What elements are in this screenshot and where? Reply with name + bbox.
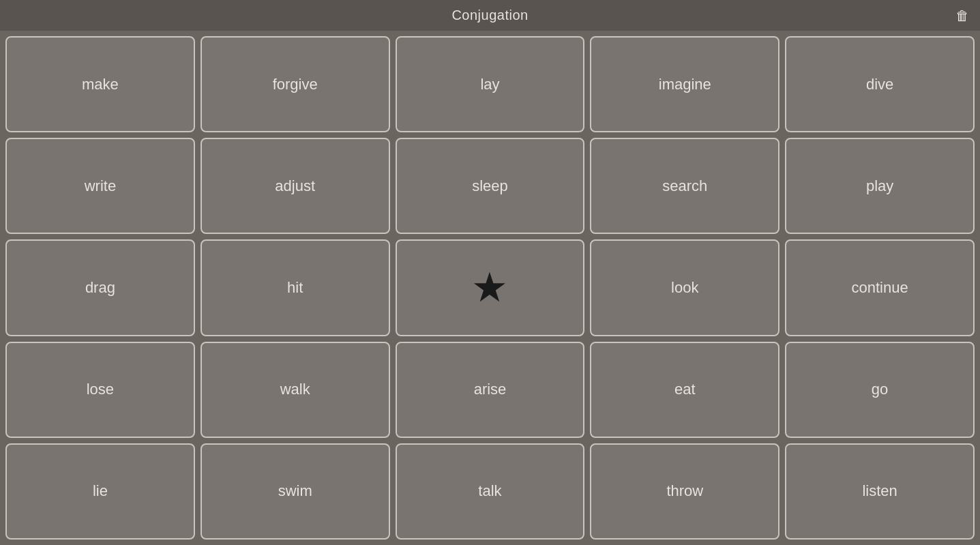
card-arise[interactable]: arise <box>396 342 585 438</box>
card-make[interactable]: make <box>5 36 195 132</box>
card-label-walk: walk <box>280 381 310 398</box>
card-label-drag: drag <box>85 279 115 297</box>
card-write[interactable]: write <box>5 138 195 234</box>
card-continue[interactable]: continue <box>785 239 975 336</box>
card-drag[interactable]: drag <box>5 239 195 336</box>
card-lay[interactable]: lay <box>396 36 585 132</box>
card-swim[interactable]: swim <box>201 443 390 540</box>
card-lie[interactable]: lie <box>5 443 195 540</box>
card-label-adjust: adjust <box>275 177 315 195</box>
card-go[interactable]: go <box>785 342 975 438</box>
card-label-swim: swim <box>278 482 312 500</box>
card-label-talk: talk <box>478 482 501 500</box>
card-label-continue: continue <box>851 279 908 297</box>
card-eat[interactable]: eat <box>590 342 779 438</box>
card-play[interactable]: play <box>785 138 975 234</box>
card-label-throw: throw <box>666 482 703 500</box>
card-adjust[interactable]: adjust <box>201 138 390 234</box>
card-label-look: look <box>671 279 698 297</box>
card-label-play: play <box>866 177 893 195</box>
card-label-dive: dive <box>866 76 893 93</box>
card-star[interactable]: ★ <box>396 239 585 336</box>
card-search[interactable]: search <box>590 138 779 234</box>
card-label-make: make <box>82 76 119 93</box>
card-label-eat: eat <box>674 381 696 398</box>
card-label-search: search <box>662 177 707 195</box>
star-icon: ★ <box>471 267 508 308</box>
card-forgive[interactable]: forgive <box>201 36 390 132</box>
card-hit[interactable]: hit <box>201 239 390 336</box>
app-header: Conjugation 🗑 <box>0 0 980 31</box>
card-walk[interactable]: walk <box>201 342 390 438</box>
card-dive[interactable]: dive <box>785 36 975 132</box>
card-label-sleep: sleep <box>472 177 508 195</box>
card-talk[interactable]: talk <box>396 443 585 540</box>
card-label-go: go <box>872 381 888 398</box>
card-label-lie: lie <box>93 482 108 500</box>
card-label-imagine: imagine <box>659 76 711 93</box>
verb-grid: makeforgivelayimaginedivewriteadjustslee… <box>0 31 980 545</box>
card-label-lose: lose <box>87 381 114 398</box>
card-label-listen: listen <box>862 482 897 500</box>
trash-icon[interactable]: 🗑 <box>955 8 969 23</box>
page-title: Conjugation <box>451 8 528 23</box>
card-sleep[interactable]: sleep <box>396 138 585 234</box>
card-label-lay: lay <box>480 76 499 93</box>
card-imagine[interactable]: imagine <box>590 36 779 132</box>
card-label-hit: hit <box>287 279 303 297</box>
card-look[interactable]: look <box>590 239 779 336</box>
card-throw[interactable]: throw <box>590 443 779 540</box>
card-lose[interactable]: lose <box>5 342 195 438</box>
card-listen[interactable]: listen <box>785 443 975 540</box>
card-label-forgive: forgive <box>273 76 318 93</box>
card-label-arise: arise <box>474 381 507 398</box>
card-label-write: write <box>85 177 116 195</box>
